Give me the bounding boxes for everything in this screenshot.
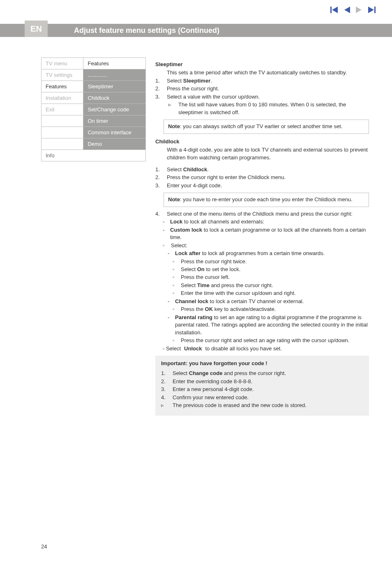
- dash-icon: -: [168, 314, 172, 336]
- step-number: 1.: [161, 370, 168, 377]
- svg-marker-1: [332, 7, 338, 13]
- sleeptimer-heading: Sleeptimer: [155, 61, 369, 68]
- menu-features: Features: [42, 81, 83, 92]
- dash-icon: -: [163, 226, 167, 242]
- step-text: Select Change code and press the cursor …: [173, 370, 286, 377]
- sleeptimer-note: Note: you can always switch off your TV …: [164, 120, 369, 133]
- nav-first-icon[interactable]: [330, 7, 338, 13]
- dash-icon: -: [163, 218, 167, 225]
- ring-icon: ◦: [173, 258, 178, 265]
- step-number: 2.: [155, 174, 163, 181]
- la-step: Select On to set the lock.: [181, 266, 240, 273]
- menu-ontimer: On timer: [83, 115, 146, 127]
- svg-rect-5: [374, 7, 376, 13]
- menu-dots: .............: [83, 69, 146, 81]
- page-title: Adjust feature menu settings (Continued): [74, 26, 219, 35]
- menu-common-interface: Common interface: [83, 127, 146, 138]
- menu-info: Info: [42, 150, 146, 161]
- step-number: 3.: [161, 386, 168, 393]
- step-text: The previous code is erased and the new …: [173, 402, 307, 409]
- childlock-note: Note: you have to re-enter your code eac…: [164, 193, 369, 207]
- step-text: Select a value with the cursor up/down.: [167, 93, 260, 101]
- menu-tv-settings: TV settings: [42, 69, 83, 81]
- content-column: Sleeptimer This sets a time period after…: [155, 57, 369, 416]
- childlock-steps: 1.Select Childlock. 2.Press the cursor r…: [155, 166, 369, 352]
- menu-left-header: TV menu: [42, 58, 83, 69]
- ring-icon: ◦: [173, 337, 178, 344]
- step-text: Press the cursor right to enter the Chil…: [167, 174, 286, 181]
- ring-icon: ◦: [173, 306, 178, 313]
- step-number: 1.: [155, 166, 163, 173]
- parental-rating-item: Parental rating to set an age rating to …: [175, 314, 369, 336]
- nav-icon-group: [330, 7, 376, 13]
- page-header-bar: Adjust feature menu settings (Continued): [0, 24, 392, 37]
- step-number: 1.: [155, 77, 163, 85]
- step-text: Select Sleeptimer.: [167, 77, 212, 85]
- menu-exit: Exit: [42, 104, 83, 115]
- step-text: Select one of the menu items of the Chil…: [167, 210, 353, 218]
- custom-lock-item: Custom lock to lock a certain programme …: [170, 226, 369, 242]
- step-number: 2.: [155, 85, 163, 92]
- sleeptimer-step2: 2. Press the cursor right.: [155, 85, 369, 92]
- channel-lock-item: Channel lock to lock a certain TV channe…: [175, 298, 304, 305]
- svg-marker-2: [344, 7, 350, 13]
- step-number: 3.: [155, 93, 163, 101]
- tv-menu-table: TV menu Features TV settings ...........…: [41, 58, 146, 161]
- chlock-sub: Press the OK key to activate/deactivate.: [181, 306, 276, 313]
- menu-empty: [42, 115, 83, 127]
- ring-icon: ◦: [173, 274, 178, 281]
- lockafter-item: Lock after to lock all programmes from a…: [175, 250, 325, 257]
- menu-empty: [42, 138, 83, 150]
- step-text: Enter a new personal 4-digit code.: [173, 386, 254, 393]
- menu-setchange: Set/Change code: [83, 104, 146, 115]
- la-step: Enter the time with the cursor up/down a…: [181, 290, 296, 297]
- la-step: Press the cursor left.: [181, 274, 230, 281]
- dash-icon: -: [168, 250, 172, 257]
- childlock-intro: With a 4-digit code, you are able to loc…: [155, 146, 369, 161]
- triangle-icon: ▹: [167, 101, 174, 116]
- select-label: Select:: [171, 242, 187, 249]
- svg-rect-0: [330, 7, 332, 13]
- svg-marker-4: [368, 7, 374, 13]
- nav-last-icon[interactable]: [368, 7, 376, 13]
- menu-childlock: Childlock: [83, 92, 146, 104]
- menu-empty: [42, 127, 83, 138]
- step-text: Select Childlock.: [167, 166, 209, 173]
- sleeptimer-step1: 1. Select Sleeptimer.: [155, 77, 369, 85]
- ring-icon: ◦: [173, 266, 178, 273]
- step-number: 4.: [161, 394, 168, 401]
- nav-prev-icon[interactable]: [344, 7, 350, 13]
- dash-icon: -: [168, 298, 172, 305]
- lock-item: Lock to lock all channels and externals:: [170, 218, 264, 225]
- unlock-item: - Select Unlock to disable all locks you…: [155, 345, 369, 352]
- nav-next-icon: [356, 7, 362, 13]
- childlock-heading: Childlock: [155, 138, 369, 145]
- svg-marker-3: [356, 7, 362, 13]
- menu-right-header: Features: [83, 58, 146, 69]
- la-step: Press the cursor right twice.: [181, 258, 247, 265]
- ring-icon: ◦: [173, 290, 178, 297]
- language-badge: EN: [25, 21, 48, 37]
- menu-demo: Demo: [83, 138, 146, 150]
- step-text: Press the cursor right.: [167, 85, 219, 92]
- step-number: 4.: [155, 210, 163, 218]
- step-text: Enter your 4-digit code.: [167, 182, 222, 189]
- la-step: Select Time and press the cursor right.: [181, 282, 273, 289]
- menu-sleeptimer: Sleeptimer: [83, 81, 146, 92]
- ring-icon: ◦: [163, 242, 168, 249]
- ring-icon: ◦: [173, 282, 178, 289]
- sleeptimer-intro: This sets a time period after which the …: [155, 69, 369, 76]
- important-section: Important: you have forgotten your code …: [155, 356, 369, 416]
- menu-installation: Installation: [42, 92, 83, 104]
- step-number: 2.: [161, 378, 168, 385]
- step-text: Confirm your new entered code.: [173, 394, 249, 401]
- sleeptimer-step3: 3. Select a value with the cursor up/dow…: [155, 93, 369, 101]
- sleeptimer-result: ▹ The list will have values from 0 to 18…: [155, 101, 369, 116]
- step-text: Enter the overriding code 8-8-8-8.: [173, 378, 252, 385]
- step-text: The list will have values from 0 to 180 …: [178, 101, 369, 116]
- pr-sub: Press the cursor right and select an age…: [181, 337, 349, 344]
- triangle-icon: ▹: [161, 402, 168, 409]
- page-number: 24: [41, 543, 47, 550]
- important-heading: Important: you have forgotten your code …: [161, 360, 363, 367]
- step-number: 3.: [155, 182, 163, 189]
